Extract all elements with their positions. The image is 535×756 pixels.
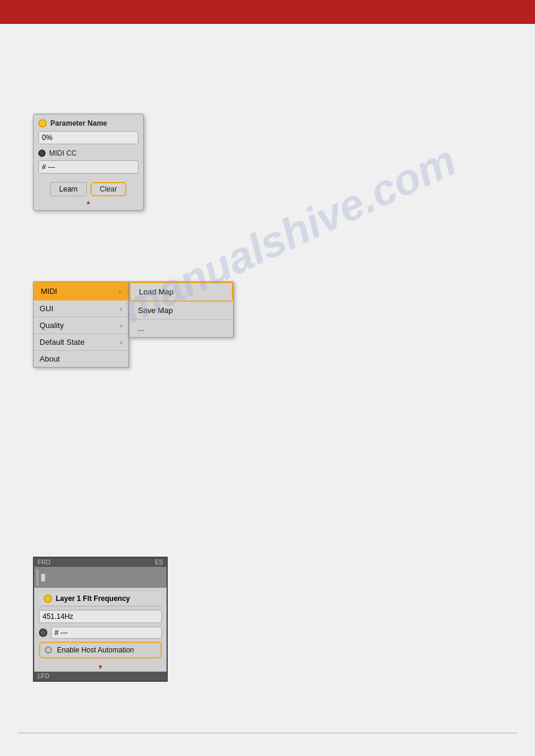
submenu-item-save-map[interactable]: Save Map xyxy=(129,302,233,320)
sun-icon-layer xyxy=(44,594,52,603)
layer-inner-panel: Layer 1 Flt Frequency Enable Host Automa… xyxy=(34,588,167,662)
chevron-right-icon: › xyxy=(120,322,122,329)
menu-panel: MIDI › GUI › Quality › Default State › A… xyxy=(33,281,129,368)
bottom-divider xyxy=(18,733,517,733)
layer-outer-frame: FRO ES Layer 1 Flt Frequency Enab xyxy=(33,557,168,682)
slider-area xyxy=(34,567,167,588)
learn-button[interactable]: Learn xyxy=(50,182,87,196)
enable-host-automation-row[interactable]: Enable Host Automation xyxy=(39,642,162,658)
layer-body: Enable Host Automation xyxy=(39,606,162,658)
menu-quality-label: Quality xyxy=(40,321,64,330)
radio-button-enable[interactable] xyxy=(45,646,52,654)
bottom-label: LFO xyxy=(38,673,49,679)
layer-panel-header: Layer 1 Flt Frequency xyxy=(39,591,162,606)
header-bar xyxy=(0,0,535,24)
top-label-left: FRO xyxy=(38,559,50,566)
menu-item-quality[interactable]: Quality › xyxy=(34,317,128,334)
param-title-label: Parameter Name xyxy=(50,119,107,127)
layer-title-label: Layer 1 Flt Frequency xyxy=(56,594,130,603)
menu-item-midi[interactable]: MIDI › xyxy=(34,282,128,300)
layer-freq-input[interactable] xyxy=(39,610,162,623)
menu-item-about[interactable]: About xyxy=(34,351,128,367)
layer-top-bar: FRO ES xyxy=(34,558,167,567)
top-label-right: ES xyxy=(155,559,163,566)
layer-arrow-down: ▼ xyxy=(34,662,167,672)
button-row: Learn Clear xyxy=(38,182,138,196)
submenu-item-ellipsis[interactable]: ... xyxy=(129,320,233,337)
submenu-item-load-map[interactable]: Load Map xyxy=(129,282,233,302)
layer-midi-row xyxy=(39,627,162,639)
enable-label: Enable Host Automation xyxy=(57,646,134,654)
midi-cc-label: MIDI CC xyxy=(49,149,77,157)
menu-about-label: About xyxy=(40,354,60,363)
sun-icon xyxy=(38,119,47,127)
param-value-input[interactable] xyxy=(38,131,138,144)
chevron-right-icon: › xyxy=(120,305,122,312)
clear-button[interactable]: Clear xyxy=(90,182,127,196)
param-title-row: Parameter Name xyxy=(38,119,138,127)
midi-cc-row: MIDI CC xyxy=(38,149,138,157)
layer-midi-input[interactable] xyxy=(51,627,162,639)
parameter-name-panel: Parameter Name MIDI CC Learn Clear ▲ xyxy=(33,114,144,211)
midi-cc-input[interactable] xyxy=(38,160,138,174)
menu-item-default-state[interactable]: Default State › xyxy=(34,334,128,351)
menu-midi-label: MIDI xyxy=(41,287,57,296)
submenu-panel: Load Map Save Map ... xyxy=(129,281,234,338)
menu-item-gui[interactable]: GUI › xyxy=(34,300,128,317)
slider-track xyxy=(37,569,38,586)
chevron-right-icon: › xyxy=(119,288,121,295)
gear-icon-layer xyxy=(39,629,47,637)
load-map-label: Load Map xyxy=(139,287,174,296)
midi-dot-icon xyxy=(38,150,46,157)
menu-default-label: Default State xyxy=(40,338,84,347)
panel-arrow-down: ▲ xyxy=(38,199,138,205)
slider-handle[interactable] xyxy=(41,573,46,582)
chevron-right-icon: › xyxy=(120,339,122,346)
menu-gui-label: GUI xyxy=(40,304,53,313)
layer-bottom-bar: LFO xyxy=(34,672,167,681)
ellipsis-label: ... xyxy=(138,324,144,333)
save-map-label: Save Map xyxy=(138,306,173,315)
